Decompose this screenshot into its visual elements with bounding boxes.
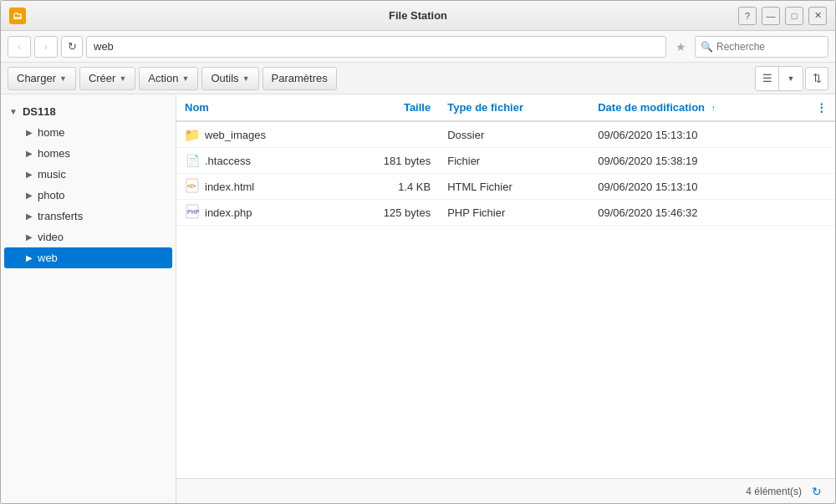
file-type: Fichier [439, 148, 589, 174]
back-button[interactable]: ‹ [8, 36, 31, 58]
outils-label: Outils [211, 72, 238, 84]
refresh-nav-icon: ↻ [68, 40, 77, 53]
action-label: Action [148, 72, 178, 84]
action-button[interactable]: Action ▼ [139, 67, 198, 90]
file-size: 125 bytes [335, 200, 439, 226]
status-bar: 4 élément(s) ↻ [176, 478, 835, 503]
table-row[interactable]: </> index.html 1.4 KB HTML Fichier 09/06… [176, 174, 835, 200]
sidebar-group-ds118[interactable]: ▼ DS118 [1, 101, 176, 122]
col-type[interactable]: Type de fichier [439, 94, 589, 121]
file-icon: 📄 [186, 154, 200, 167]
html-file-icon: </> [185, 178, 200, 196]
sidebar-item-label-photo: photo [38, 189, 65, 201]
file-modified: 09/06/2020 15:46:32 [589, 200, 808, 226]
sidebar: ▼ DS118 ▶ home ▶ homes ▶ music ▶ photo ▶… [1, 94, 176, 503]
file-modified: 09/06/2020 15:13:10 [589, 174, 808, 200]
status-count: 4 élément(s) [746, 486, 802, 497]
status-refresh-icon: ↻ [812, 485, 822, 498]
refresh-nav-button[interactable]: ↻ [61, 36, 83, 58]
col-name[interactable]: Nom [176, 94, 335, 121]
creer-label: Créer [89, 72, 116, 84]
content-area: ▼ DS118 ▶ home ▶ homes ▶ music ▶ photo ▶… [1, 94, 835, 503]
file-table: Nom Taille Type de fichier Date de modif… [176, 94, 835, 478]
col-more-icon: ⋮ [816, 101, 827, 114]
sidebar-item-label-music: music [38, 168, 66, 181]
forward-button[interactable]: › [34, 36, 58, 58]
charger-label: Charger [17, 72, 56, 84]
table-row[interactable]: 📁 web_images Dossier 09/06/2020 15:13:10 [176, 121, 835, 148]
svg-text:PHP: PHP [187, 209, 200, 215]
folder-icon: 📁 [184, 127, 201, 143]
web-chevron-icon: ▶ [26, 253, 33, 262]
col-modified[interactable]: Date de modification ↑ [589, 94, 808, 121]
php-file-icon: PHP [185, 204, 200, 221]
outils-button[interactable]: Outils ▼ [201, 67, 258, 90]
view-controls: ☰ ▼ ⇅ [755, 66, 828, 91]
sort-icon: ⇅ [813, 72, 822, 84]
music-chevron-icon: ▶ [26, 170, 33, 179]
file-list: Nom Taille Type de fichier Date de modif… [176, 94, 835, 503]
list-view-icon: ☰ [762, 72, 772, 84]
file-more-cell [808, 148, 835, 174]
toolbar: Charger ▼ Créer ▼ Action ▼ Outils ▼ Para… [1, 63, 835, 94]
sidebar-item-label-web: web [38, 252, 58, 264]
table-row[interactable]: 📄 .htaccess 181 bytes Fichier 09/06/2020… [176, 148, 835, 174]
app-icon: 🗂 [9, 8, 26, 24]
sidebar-item-homes[interactable]: ▶ homes [1, 143, 176, 164]
file-type: HTML Fichier [439, 174, 589, 200]
table-row[interactable]: PHP index.php 125 bytes PHP Fichier 09/0… [176, 200, 835, 226]
sidebar-item-photo[interactable]: ▶ photo [1, 185, 176, 206]
charger-button[interactable]: Charger ▼ [8, 67, 76, 90]
nav-bar: ‹ › ↻ ★ 🔍 [1, 31, 835, 63]
address-input[interactable] [86, 36, 666, 58]
minimize-button[interactable]: — [762, 7, 780, 25]
search-input[interactable] [716, 41, 808, 53]
ds118-chevron-icon: ▼ [9, 107, 18, 116]
file-name: index.html [205, 181, 254, 193]
window-title: File Station [389, 9, 447, 22]
col-more[interactable]: ⋮ [808, 94, 835, 121]
home-chevron-icon: ▶ [26, 128, 33, 137]
title-bar: 🗂 File Station ? — □ ✕ [1, 1, 835, 31]
sort-button[interactable]: ⇅ [805, 67, 828, 90]
bookmark-icon: ★ [675, 40, 686, 53]
sidebar-item-home[interactable]: ▶ home [1, 122, 176, 143]
creer-arrow-icon: ▼ [119, 74, 126, 83]
sort-indicator-icon: ↑ [711, 104, 716, 113]
parametres-button[interactable]: Paramètres [263, 67, 337, 90]
sidebar-item-music[interactable]: ▶ music [1, 164, 176, 185]
maximize-button[interactable]: □ [785, 7, 803, 25]
file-modified: 09/06/2020 15:38:19 [589, 148, 808, 174]
sidebar-item-transferts[interactable]: ▶ transferts [1, 206, 176, 227]
list-dropdown-arrow-icon: ▼ [788, 74, 795, 83]
homes-chevron-icon: ▶ [26, 149, 33, 158]
sidebar-item-label-homes: homes [38, 147, 70, 160]
col-size[interactable]: Taille [335, 94, 439, 121]
file-more-cell [808, 121, 835, 148]
file-name-cell: 📄 .htaccess [176, 148, 335, 174]
list-view-dropdown-button[interactable]: ▼ [779, 67, 803, 90]
file-size: 181 bytes [335, 148, 439, 174]
outils-arrow-icon: ▼ [242, 74, 250, 83]
search-icon: 🔍 [701, 41, 713, 53]
creer-button[interactable]: Créer ▼ [79, 67, 135, 90]
file-name: .htaccess [205, 155, 251, 167]
transferts-chevron-icon: ▶ [26, 211, 33, 221]
list-view-button[interactable]: ☰ [756, 67, 779, 90]
bookmark-button[interactable]: ★ [670, 36, 691, 58]
svg-text:</>: </> [187, 183, 196, 189]
help-button[interactable]: ? [738, 7, 757, 25]
file-name-cell: PHP index.php [176, 200, 335, 226]
sidebar-item-label-home: home [38, 126, 65, 139]
forward-icon: › [44, 40, 48, 53]
sidebar-item-video[interactable]: ▶ video [1, 227, 176, 247]
sidebar-item-web[interactable]: ▶ web [4, 247, 172, 268]
file-type: Dossier [439, 121, 589, 148]
sidebar-item-label-video: video [38, 231, 64, 243]
status-refresh-button[interactable]: ↻ [808, 483, 825, 500]
window-controls: ? — □ ✕ [738, 7, 827, 25]
file-station-window: 🗂 File Station ? — □ ✕ ‹ › ↻ ★ 🔍 [0, 0, 836, 504]
file-size: 1.4 KB [335, 174, 439, 200]
close-button[interactable]: ✕ [808, 7, 827, 25]
photo-chevron-icon: ▶ [26, 191, 33, 200]
